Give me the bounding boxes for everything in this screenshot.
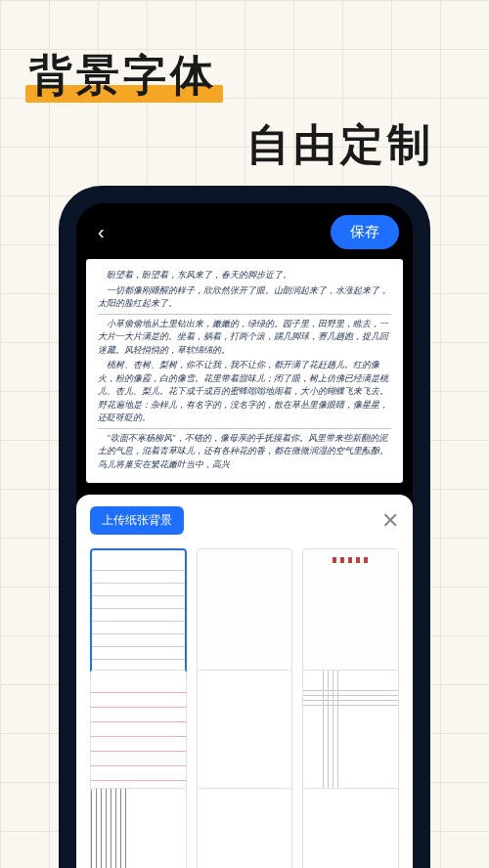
background-option-grid-wide[interactable] xyxy=(302,788,399,868)
close-button[interactable]: ✕ xyxy=(381,510,399,532)
background-option-letterhead[interactable] xyxy=(302,548,399,677)
document-line: 盼望着，盼望着，东风来了，春天的脚步近了。 xyxy=(98,269,391,282)
document-line: 小草偷偷地从土里钻出来，嫩嫩的，绿绿的。园子里，田野里，瞧去，一大片一大片满是的… xyxy=(98,318,391,358)
close-icon: ✕ xyxy=(381,508,399,533)
headline-line2: 自由定制 xyxy=(29,116,434,174)
background-option-grid-med[interactable] xyxy=(302,670,399,799)
top-bar: ‹ 保存 xyxy=(76,203,413,259)
sheet-header: 上传纸张背景 ✕ xyxy=(76,495,413,544)
upload-background-button[interactable]: 上传纸张背景 xyxy=(90,506,184,535)
document-text: 盼望着，盼望着，东风来了，春天的脚步近了。一切都像刚睡醒的样子，欣欣然张开了眼。… xyxy=(98,269,391,471)
document-line: "吹面不寒杨柳风"，不错的，像母亲的手抚摸着你。风里带来些新翻的泥土的气息，混着… xyxy=(98,432,391,472)
document-line: 一切都像刚睡醒的样子，欣欣然张开了眼。山朗润起来了，水涨起来了，太阳的脸红起来了… xyxy=(98,284,391,311)
background-option-grid-dark[interactable] xyxy=(90,788,187,868)
phone-frame: ‹ 保存 盼望着，盼望着，东风来了，春天的脚步近了。一切都像刚睡醒的样子，欣欣然… xyxy=(59,186,430,868)
document-preview: 盼望着，盼望着，东风来了，春天的脚步近了。一切都像刚睡醒的样子，欣欣然张开了眼。… xyxy=(86,259,403,483)
document-divider xyxy=(98,428,391,429)
chevron-left-icon: ‹ xyxy=(98,221,105,242)
save-button[interactable]: 保存 xyxy=(331,215,399,249)
background-options-grid xyxy=(76,544,413,868)
back-button[interactable]: ‹ xyxy=(90,217,112,247)
phone-screen: ‹ 保存 盼望着，盼望着，东风来了，春天的脚步近了。一切都像刚睡醒的样子，欣欣然… xyxy=(76,203,413,868)
background-option-grid-small[interactable] xyxy=(197,670,293,799)
background-option-lined-red[interactable] xyxy=(90,670,187,799)
headline-line1: 背景字体 xyxy=(29,47,217,105)
background-option-grid-red[interactable] xyxy=(197,788,293,868)
document-line: 桃树、杏树、梨树，你不让我，我不让你，都开满了花赶趟儿。红的像火，粉的像霞，白的… xyxy=(98,359,391,425)
headline-section: 背景字体 自由定制 xyxy=(0,0,489,194)
background-option-blank[interactable] xyxy=(197,548,293,677)
background-option-lined-blue[interactable] xyxy=(90,548,187,677)
background-picker-sheet: 上传纸张背景 ✕ xyxy=(76,495,413,868)
document-divider xyxy=(98,314,391,315)
